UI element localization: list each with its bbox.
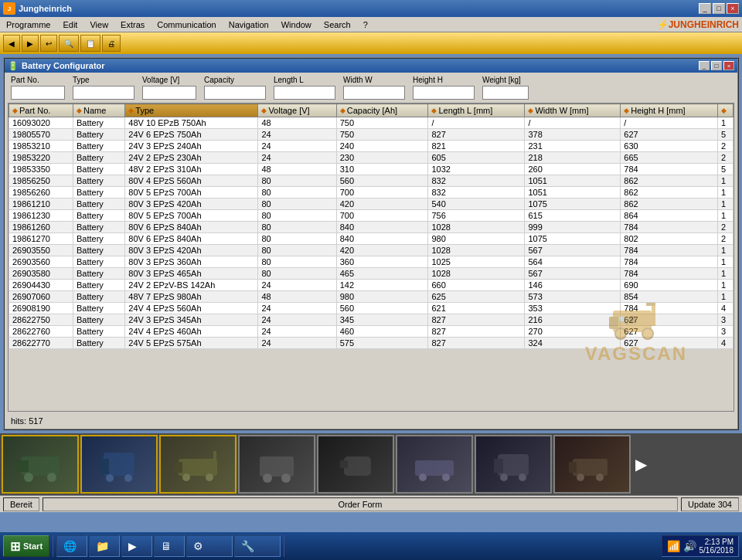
taskbar-app2[interactable]: 🔧 bbox=[234, 535, 281, 557]
filter-input-weight[interactable] bbox=[482, 86, 529, 100]
taskbar-explorer[interactable]: 📁 bbox=[89, 535, 120, 557]
filter-input-partno[interactable] bbox=[11, 86, 65, 100]
inner-window-title: Battery Configurator bbox=[22, 61, 105, 70]
filter-input-height[interactable] bbox=[413, 86, 475, 100]
menu-help[interactable]: ? bbox=[360, 19, 371, 30]
menu-view[interactable]: View bbox=[87, 19, 111, 30]
th-partno[interactable]: ◆ Part No. bbox=[9, 104, 73, 117]
table-row[interactable]: 26903560Battery80V 3 EPzS 360Ah803601025… bbox=[9, 256, 733, 268]
menu-window[interactable]: Window bbox=[278, 19, 315, 30]
table-cell: 420 bbox=[336, 245, 428, 256]
toolbar-btn-5[interactable]: 📋 bbox=[80, 35, 100, 52]
table-row[interactable]: 26903550Battery80V 3 EPzS 420Ah804201028… bbox=[9, 245, 733, 256]
table-row[interactable]: 19861210Battery80V 3 EPzS 420Ah804205401… bbox=[9, 199, 733, 210]
table-row[interactable]: 19861230Battery80V 5 EPzS 700Ah807007566… bbox=[9, 210, 733, 222]
table-cell: 28622760 bbox=[9, 326, 73, 338]
th-name[interactable]: ◆ Name bbox=[73, 104, 125, 117]
table-row[interactable]: 19861260Battery80V 6 EPzS 840Ah808401028… bbox=[9, 222, 733, 233]
filter-input-length[interactable] bbox=[274, 86, 335, 100]
filter-input-type[interactable] bbox=[73, 86, 134, 100]
table-cell: 80 bbox=[258, 233, 336, 245]
table-row[interactable]: 16093020Battery48V 10 EPzB 750Ah48750///… bbox=[9, 117, 733, 129]
svg-point-28 bbox=[442, 473, 450, 481]
menu-edit[interactable]: Edit bbox=[60, 19, 80, 30]
filter-input-voltage[interactable] bbox=[142, 86, 196, 100]
table-cell: Battery bbox=[73, 233, 125, 245]
table-row[interactable]: 19805570Battery24V 6 EPzS 750Ah247508273… bbox=[9, 129, 733, 141]
thumb-6[interactable] bbox=[396, 435, 473, 494]
inner-close-button[interactable]: × bbox=[723, 61, 734, 70]
th-voltage[interactable]: ◆ Voltage [V] bbox=[258, 104, 336, 117]
menu-programme[interactable]: Programme bbox=[3, 19, 53, 30]
svg-point-35 bbox=[577, 473, 584, 481]
minimize-button[interactable]: _ bbox=[699, 3, 711, 14]
taskbar-ie[interactable]: 🌐 bbox=[56, 535, 87, 557]
table-row[interactable]: 19853210Battery24V 3 EPzS 240Ah242408212… bbox=[9, 141, 733, 152]
th-length[interactable]: ◆ Length L [mm] bbox=[428, 104, 525, 117]
table-cell: 24V 3 EPzS 345Ah bbox=[125, 314, 258, 326]
toolbar-btn-4[interactable]: 🔍 bbox=[59, 35, 79, 52]
table-row[interactable]: 26903580Battery80V 3 EPzS 465Ah804651028… bbox=[9, 268, 733, 280]
thumb-7[interactable] bbox=[475, 435, 552, 494]
filter-input-width[interactable] bbox=[343, 86, 405, 100]
table-cell: 230 bbox=[336, 152, 428, 164]
table-cell: 24 bbox=[258, 129, 336, 141]
table-row[interactable]: 19856250Battery80V 4 EPzS 560Ah805608321… bbox=[9, 175, 733, 187]
table-cell: 19853210 bbox=[9, 141, 73, 152]
th-type[interactable]: ◆ Type bbox=[125, 104, 258, 117]
table-cell: 1028 bbox=[428, 268, 525, 280]
toolbar-btn-6[interactable]: 🖨 bbox=[102, 35, 121, 52]
table-row[interactable]: 28622750Battery24V 3 EPzS 345Ah243458272… bbox=[9, 314, 733, 326]
menu-communication[interactable]: Communication bbox=[154, 19, 219, 30]
thumb-2[interactable] bbox=[80, 435, 158, 494]
thumb-8[interactable] bbox=[553, 435, 631, 494]
taskbar-app1[interactable]: ⚙ bbox=[186, 535, 233, 557]
menu-search[interactable]: Search bbox=[321, 19, 354, 30]
table-cell: 1051 bbox=[525, 187, 621, 199]
taskbar-media[interactable]: ▶ bbox=[121, 535, 152, 557]
thumb-5[interactable] bbox=[317, 435, 394, 494]
data-table: ◆ Part No. ◆ Name ◆ Type ◆ Voltage [V] ◆… bbox=[9, 104, 733, 349]
filter-input-capacity[interactable] bbox=[204, 86, 266, 100]
maximize-button[interactable]: □ bbox=[713, 3, 725, 14]
table-row[interactable]: 19856260Battery80V 5 EPzS 700Ah807008321… bbox=[9, 187, 733, 199]
ie-icon: 🌐 bbox=[63, 540, 77, 552]
inner-minimize-button[interactable]: _ bbox=[699, 61, 710, 70]
table-row[interactable]: 28622770Battery24V 5 EPzS 575Ah245758273… bbox=[9, 338, 733, 349]
thumb-1[interactable] bbox=[2, 435, 79, 494]
th-height[interactable]: ◆ Height H [mm] bbox=[621, 104, 718, 117]
table-cell: 80 bbox=[258, 222, 336, 233]
table-row[interactable]: 26904430Battery24V 2 EPzV-BS 142Ah241426… bbox=[9, 280, 733, 291]
table-row[interactable]: 19853220Battery24V 2 EPzS 230Ah242306052… bbox=[9, 152, 733, 164]
start-button[interactable]: ⊞ Start bbox=[3, 535, 49, 557]
table-row[interactable]: 26907060Battery48V 7 EPzS 980Ah489806255… bbox=[9, 291, 733, 303]
th-capacity[interactable]: ◆ Capacity [Ah] bbox=[336, 104, 428, 117]
table-cell: 19861260 bbox=[9, 222, 73, 233]
svg-point-11 bbox=[47, 473, 56, 482]
menu-extras[interactable]: Extras bbox=[117, 19, 148, 30]
table-cell: 216 bbox=[525, 314, 621, 326]
filter-label-type: Type bbox=[73, 76, 134, 84]
table-row[interactable]: 26908190Battery24V 4 EPzS 560Ah245606213… bbox=[9, 303, 733, 314]
table-container[interactable]: ◆ Part No. ◆ Name ◆ Type ◆ Voltage [V] ◆… bbox=[8, 103, 734, 412]
toolbar-btn-2[interactable]: ▶ bbox=[22, 35, 39, 52]
toolbar-btn-3[interactable]: ↩ bbox=[40, 35, 57, 52]
menu-navigation[interactable]: Navigation bbox=[226, 19, 272, 30]
table-cell: Battery bbox=[73, 326, 125, 338]
table-row[interactable]: 28622760Battery24V 4 EPzS 460Ah244608272… bbox=[9, 326, 733, 338]
table-cell: Battery bbox=[73, 303, 125, 314]
thumb-3[interactable] bbox=[159, 435, 237, 494]
filter-label-width: Width W bbox=[343, 76, 405, 84]
table-row[interactable]: 19861270Battery80V 6 EPzS 840Ah808409801… bbox=[9, 233, 733, 245]
table-row[interactable]: 19853350Battery48V 2 EPzS 310Ah483101032… bbox=[9, 164, 733, 175]
th-width[interactable]: ◆ Width W [mm] bbox=[525, 104, 621, 117]
thumb-scroll-right[interactable]: ▶ bbox=[632, 452, 650, 477]
taskbar-vnc[interactable]: 🖥 bbox=[154, 535, 185, 557]
table-cell: 802 bbox=[621, 233, 718, 245]
table-cell: 862 bbox=[621, 175, 718, 187]
close-button[interactable]: × bbox=[727, 3, 739, 14]
inner-maximize-button[interactable]: □ bbox=[711, 61, 722, 70]
toolbar-btn-1[interactable]: ◀ bbox=[3, 35, 20, 52]
thumb-4[interactable] bbox=[238, 435, 315, 494]
table-cell: Battery bbox=[73, 187, 125, 199]
